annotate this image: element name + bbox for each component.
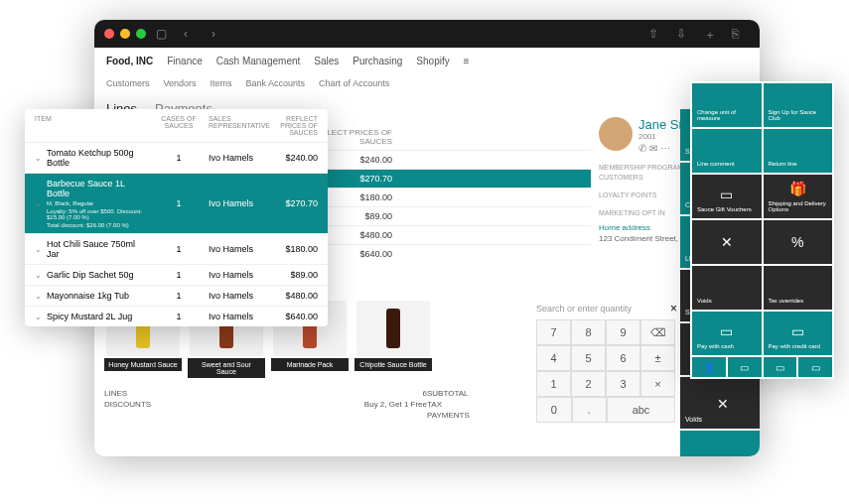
overlay-tile[interactable]: 🎁Shipping and Delivery Options	[764, 175, 833, 218]
menu-sales[interactable]: Sales	[314, 56, 339, 66]
keypad-key[interactable]: ×	[640, 371, 675, 397]
product-card[interactable]: Chipotle Sauce Bottle	[354, 301, 432, 378]
mini-tile[interactable]: 👤	[692, 357, 726, 377]
keypad-key[interactable]: 0	[536, 397, 572, 423]
overlay-tile[interactable]: %	[764, 220, 833, 264]
submenu: Customers Vendors Items Bank Accounts Ch…	[94, 73, 760, 93]
overlay-tile[interactable]: ▭Pay with cash	[692, 312, 762, 355]
keypad-key[interactable]: 3	[606, 371, 640, 397]
maximize-dot[interactable]	[136, 29, 146, 39]
menu-shopify[interactable]: Shopify	[416, 56, 449, 66]
copy-icon[interactable]: ⎘	[732, 27, 746, 41]
popup-header: ITEM CASES OF SAUCES SALES REPRESENTATIV…	[25, 109, 328, 142]
sub-customers[interactable]: Customers	[106, 78, 150, 88]
overlay-tile[interactable]: Return line	[764, 129, 833, 173]
keypad-key[interactable]: ±	[640, 345, 675, 371]
summary-row: DISCOUNTSBuy 2, Get 1 Free	[104, 399, 427, 410]
sub-bank[interactable]: Bank Accounts	[246, 78, 306, 88]
popup-row[interactable]: ⌄Tomato Ketchup 500g Bottle1Ivo Hamels$2…	[25, 142, 328, 173]
popup-row[interactable]: ⌄Spicy Mustard 2L Jug1Ivo Hamels$640.00	[25, 306, 328, 326]
overlay-tile[interactable]: ▭Sauce Gift Vouchers	[692, 175, 762, 218]
keypad-key[interactable]: 4	[536, 345, 571, 371]
keypad-key[interactable]: 5	[571, 345, 606, 371]
minimize-dot[interactable]	[120, 29, 130, 39]
overlay-tile[interactable]: Tax overrides	[764, 266, 833, 310]
keypad-key[interactable]: ⌫	[640, 319, 675, 345]
keypad-key[interactable]: abc	[607, 397, 675, 423]
popup-row[interactable]: ⌄Hot Chili Sauce 750ml Jar1Ivo Hamels$18…	[25, 233, 328, 264]
mini-tile[interactable]: ▭	[728, 357, 762, 377]
download-icon[interactable]: ⇩	[676, 27, 690, 41]
menu-purchasing[interactable]: Purchasing	[353, 56, 402, 66]
ph-item: ITEM	[35, 115, 149, 136]
action-tile[interactable]: ✕Voids	[680, 377, 760, 429]
overlay-tile[interactable]: ▭Pay with credit card	[764, 312, 833, 355]
keypad: × 789⌫456±123×0.abc	[536, 319, 675, 423]
menu-more[interactable]: ≡	[464, 56, 470, 66]
close-dot[interactable]	[104, 29, 114, 39]
overlay-tile[interactable]: Voids	[692, 266, 762, 310]
marketing-label: MARKETING OPT IN	[599, 209, 665, 216]
popup-row[interactable]: ⌄Mayonnaise 1kg Tub1Ivo Hamels$480.00	[25, 285, 328, 306]
back-icon[interactable]: ‹	[184, 27, 198, 41]
keypad-key[interactable]: 1	[536, 371, 571, 397]
brand: Food, INC	[106, 56, 153, 66]
overlay-tile[interactable]: Change unit of measure	[692, 83, 762, 127]
sub-coa[interactable]: Chart of Accounts	[319, 78, 389, 88]
ph-rep: SALES REPRESENTATIVE	[209, 115, 268, 136]
overlay-tile[interactable]: Line comment	[692, 129, 762, 173]
sub-items[interactable]: Items	[211, 78, 232, 88]
menu-finance[interactable]: Finance	[167, 56, 203, 66]
menu-cash[interactable]: Cash Management	[216, 56, 301, 66]
keypad-key[interactable]: 9	[606, 319, 640, 345]
mini-tile[interactable]: ▭	[764, 357, 797, 377]
ph-price: REFLECT PRICES OF SAUCES	[268, 115, 318, 136]
popup-row[interactable]: ⌄Barbecue Sauce 1L BottleM, Black, Regul…	[25, 173, 328, 233]
menubar: Food, INC Finance Cash Management Sales …	[94, 48, 760, 73]
sidebar-icon[interactable]: ▢	[156, 27, 170, 41]
forward-icon[interactable]: ›	[212, 27, 225, 41]
search-input[interactable]: Search or enter quantity	[536, 304, 632, 314]
ph-qty: CASES OF SAUCES	[149, 115, 209, 136]
action-panel-overlay: Change unit of measureSign Up for Sauce …	[690, 81, 834, 379]
keypad-close-icon[interactable]: ×	[670, 302, 677, 315]
add-icon[interactable]: ＋	[704, 27, 718, 41]
summary-row: LINES6	[104, 388, 427, 399]
overlay-tile[interactable]: Sign Up for Sauce Club	[764, 83, 833, 127]
keypad-key[interactable]: 7	[536, 319, 571, 345]
titlebar: ▢ ‹ › ⇧ ⇩ ＋ ⎘	[94, 20, 760, 48]
items-popup: ITEM CASES OF SAUCES SALES REPRESENTATIV…	[25, 109, 328, 326]
mini-tile[interactable]: ▭	[798, 357, 832, 377]
keypad-key[interactable]: 6	[606, 345, 640, 371]
keypad-key[interactable]: 2	[571, 371, 606, 397]
upload-icon[interactable]: ⇧	[648, 27, 662, 41]
popup-row[interactable]: ⌄Garlic Dip Sachet 50g1Ivo Hamels$89.00	[25, 264, 328, 285]
sub-vendors[interactable]: Vendors	[164, 78, 197, 88]
keypad-key[interactable]: 8	[571, 319, 606, 345]
avatar[interactable]	[599, 117, 633, 151]
keypad-key[interactable]: .	[572, 397, 608, 423]
action-tile[interactable]: Pay with cash	[680, 431, 760, 456]
overlay-tile[interactable]: ✕	[692, 220, 762, 264]
loyalty-label: LOYALTY POINTS	[599, 191, 656, 198]
